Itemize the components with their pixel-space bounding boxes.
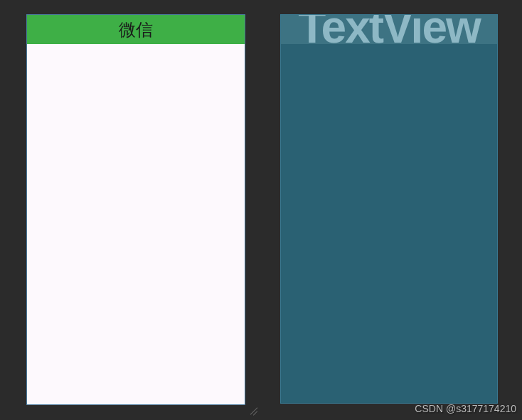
app-title: 微信 xyxy=(119,18,153,41)
resize-handle-icon[interactable] xyxy=(249,406,257,414)
app-header: 微信 xyxy=(27,15,245,44)
device-preview-left: 微信 xyxy=(26,14,245,405)
blueprint-header[interactable]: TextView xyxy=(281,15,497,44)
textview-label: TextView xyxy=(298,15,480,40)
device-blueprint-right: TextView xyxy=(280,14,498,404)
watermark-text: CSDN @s3177174210 xyxy=(415,403,516,414)
